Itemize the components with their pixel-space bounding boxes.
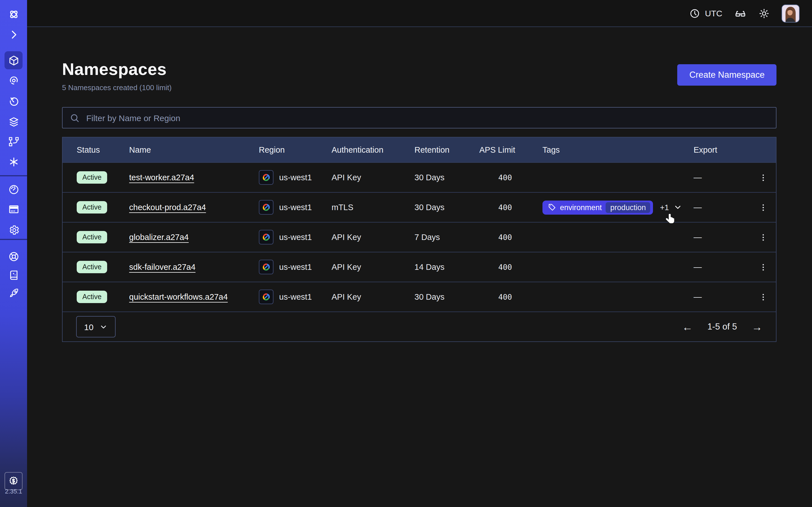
retention-cell: 14 Days	[414, 263, 479, 272]
export-cell: —	[694, 233, 750, 242]
row-actions-kebab-icon[interactable]	[756, 290, 770, 304]
pricing-dollar-badge-icon[interactable]	[4, 472, 22, 490]
column-header-region: Region	[259, 145, 332, 154]
row-actions-kebab-icon[interactable]	[756, 200, 770, 214]
row-actions-kebab-icon[interactable]	[756, 170, 770, 184]
gcp-cloud-icon	[259, 230, 273, 244]
region-label: us-west1	[279, 292, 312, 301]
sidebar-item-batch[interactable]	[4, 113, 22, 131]
page-size-value: 10	[84, 322, 93, 332]
temporal-logo-icon[interactable]	[4, 5, 22, 23]
pagination-range: 1-5 of 5	[707, 322, 737, 332]
rocket-icon	[8, 287, 19, 299]
aps-cell: 400	[479, 203, 512, 212]
namespace-link[interactable]: sdk-failover.a27a4	[129, 263, 195, 272]
sidebar-divider	[0, 239, 27, 240]
filter-input-container[interactable]	[62, 107, 776, 128]
gear-icon	[8, 223, 19, 235]
sidebar-expand-chevron-right-icon[interactable]	[4, 25, 22, 43]
sidebar-item-billing[interactable]	[4, 200, 22, 218]
region-label: us-west1	[279, 203, 312, 212]
page-title: Namespaces	[62, 59, 172, 79]
gcp-cloud-icon	[259, 200, 273, 215]
clock-icon	[689, 8, 700, 19]
sidebar-item-getting-started[interactable]	[4, 284, 22, 302]
column-header-tags: Tags	[543, 145, 694, 154]
region-label: us-west1	[279, 173, 312, 182]
prev-page-button[interactable]: ←	[682, 321, 693, 332]
export-cell: —	[694, 292, 750, 301]
user-avatar[interactable]	[781, 4, 800, 22]
main-content: Namespaces 5 Namespaces created (100 lim…	[27, 27, 812, 507]
book-sparkles-icon	[8, 269, 19, 281]
sidebar-item-settings[interactable]	[4, 220, 22, 238]
app-version: 2.35.1	[0, 488, 27, 495]
retention-cell: 30 Days	[414, 292, 479, 301]
status-badge: Active	[77, 261, 107, 273]
sidebar-item-docs[interactable]	[4, 266, 22, 284]
status-badge: Active	[77, 201, 107, 214]
theme-toggle-sun-icon[interactable]	[758, 8, 770, 19]
table-row[interactable]: Active sdk-failover.a27a4 us-west1 API K…	[63, 252, 776, 282]
row-actions-kebab-icon[interactable]	[756, 260, 770, 274]
gauge-icon	[8, 183, 19, 195]
table-row[interactable]: Active globalizer.a27a4 us-west1 API Key…	[63, 222, 776, 252]
tag-icon	[548, 203, 556, 211]
table-footer: 10 ← 1-5 of 5 →	[63, 312, 776, 341]
filter-input[interactable]	[85, 112, 769, 123]
row-actions-kebab-icon[interactable]	[756, 230, 770, 244]
tag-value: production	[606, 202, 651, 213]
sidebar-item-namespaces[interactable]	[4, 51, 22, 69]
namespace-link[interactable]: quickstart-workflows.a27a4	[129, 292, 228, 301]
column-header-export: Export	[694, 145, 750, 154]
retention-cell: 30 Days	[414, 173, 479, 182]
table-header-row: Status Name Region Authentication Retent…	[63, 137, 776, 162]
sidebar-item-nexus[interactable]	[4, 153, 22, 171]
auth-cell: API Key	[332, 233, 414, 242]
tags-expand-chevron-icon[interactable]	[673, 203, 682, 212]
asterisk-icon	[8, 156, 19, 168]
status-badge: Active	[77, 231, 107, 243]
chevron-down-icon	[99, 323, 108, 331]
namespace-link[interactable]: checkout-prod.a27a4	[129, 203, 206, 212]
create-namespace-button[interactable]: Create Namespace	[677, 64, 776, 86]
sidebar-item-usage[interactable]	[4, 180, 22, 198]
tag-pill[interactable]: environment production	[543, 200, 653, 214]
search-icon	[69, 112, 80, 123]
aps-cell: 400	[479, 233, 512, 242]
sidebar-item-support[interactable]	[4, 247, 22, 265]
table-row[interactable]: Active quickstart-workflows.a27a4 us-wes…	[63, 282, 776, 312]
namespace-count-subtitle: 5 Namespaces created (100 limit)	[62, 83, 172, 92]
auth-cell: API Key	[332, 173, 414, 182]
status-badge: Active	[77, 171, 107, 184]
namespace-link[interactable]: globalizer.a27a4	[129, 233, 189, 242]
export-cell: —	[694, 203, 750, 212]
timer-icon	[8, 96, 19, 107]
export-cell: —	[694, 173, 750, 182]
timezone-selector[interactable]: UTC	[689, 8, 722, 19]
auth-cell: mTLS	[332, 203, 414, 212]
region-label: us-west1	[279, 233, 312, 242]
page-size-select[interactable]: 10	[76, 316, 116, 337]
retention-cell: 30 Days	[414, 203, 479, 212]
credit-card-icon	[8, 203, 19, 215]
sidebar-item-workflows[interactable]	[4, 71, 22, 89]
timezone-label: UTC	[705, 8, 722, 18]
column-header-retention: Retention	[414, 145, 479, 154]
lifebuoy-icon	[8, 250, 19, 262]
auth-cell: API Key	[332, 263, 414, 272]
column-header-name: Name	[129, 145, 259, 154]
topbar: UTC	[27, 0, 812, 27]
table-row[interactable]: Active test-worker.a27a4 us-west1 API Ke…	[63, 162, 776, 192]
layers-icon	[8, 116, 19, 128]
sidebar-item-deployments[interactable]	[4, 132, 22, 151]
sidebar-item-schedules[interactable]	[4, 93, 22, 110]
sidebar-nav: 2.35.1	[0, 0, 27, 507]
export-cell: —	[694, 263, 750, 272]
table-row[interactable]: Active checkout-prod.a27a4 us-west1 mTLS…	[63, 192, 776, 222]
namespace-link[interactable]: test-worker.a27a4	[129, 173, 194, 182]
labs-glasses-icon[interactable]	[734, 7, 747, 19]
app-window: 2.35.1 UTC	[0, 0, 812, 507]
aps-cell: 400	[479, 263, 512, 272]
next-page-button[interactable]: →	[752, 321, 762, 332]
